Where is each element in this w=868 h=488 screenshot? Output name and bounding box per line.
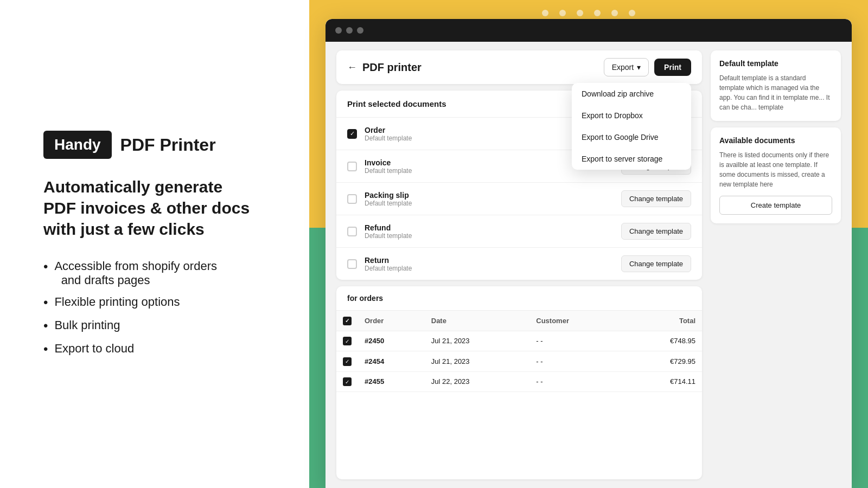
table-row: #2450 Jul 21, 2023 - - €748.95 [336,331,702,351]
col-order: Order [358,311,425,331]
packing-slip-checkbox[interactable] [347,194,357,204]
document-row-refund: Refund Default template Change template [336,215,702,248]
dropdown-item-gdrive[interactable]: Export to Google Drive [572,126,691,148]
row-checkbox-cell-3 [336,371,358,392]
return-template: Default template [365,265,614,272]
page-title: PDF printer [362,61,422,74]
return-checkbox[interactable] [347,259,357,269]
row-checkbox-3[interactable] [343,377,352,386]
row-checkbox-cell-1 [336,331,358,351]
default-template-title: Default template [719,59,832,68]
orders-table: Order Date Customer Total # [336,311,702,392]
export-dropdown: Download zip archive Export to Dropbox E… [572,83,691,170]
header-actions: Export ▾ Print Download zip archive Expo… [604,58,691,76]
order-customer-2: - - [529,351,623,372]
row-checkbox-cell-2 [336,351,358,372]
refund-template: Default template [365,232,614,240]
select-all-checkbox[interactable] [343,317,352,325]
dot-5 [611,10,618,16]
default-template-description: Default template is a standard template … [719,73,832,112]
export-button[interactable]: Export ▾ [604,58,649,76]
orders-section-header: for orders [336,286,702,311]
available-docs-title: Available documents [719,136,832,145]
titlebar-dot-1 [335,27,342,34]
default-template-card: Default template Default template is a s… [711,50,841,121]
left-panel: Handy PDF Printer Automatically generate… [0,0,309,488]
return-info: Return Default template [365,256,614,272]
feature-item-2: Flexible printing options [43,295,277,311]
dot-1 [542,10,548,16]
dot-2 [559,10,566,16]
order-total-1: €748.95 [623,331,702,351]
order-checkbox[interactable] [347,129,357,139]
document-row-packing-slip: Packing slip Default template Change tem… [336,183,702,215]
packing-slip-template: Default template [365,200,614,207]
app-content: ← PDF printer Export ▾ Print Download zi… [326,42,852,488]
tagline: Automatically generatePDF invoices & oth… [43,176,277,240]
feature-list: Accessible from shopify orders and draft… [43,259,277,357]
dot-4 [594,10,601,16]
dropdown-item-server[interactable]: Export to server storage [572,148,691,170]
feature-item-4: Export to cloud [43,342,277,357]
col-date: Date [425,311,530,331]
feature-item-1: Accessible from shopify orders and draft… [43,259,277,287]
create-template-button[interactable]: Create template [719,196,832,215]
order-date-2: Jul 21, 2023 [425,351,530,372]
available-docs-description: There is listed documents only if there … [719,150,832,189]
header-left: ← PDF printer [347,61,422,74]
decorative-dots [542,10,635,16]
table-row: #2454 Jul 21, 2023 - - €729.95 [336,351,702,372]
order-date-1: Jul 21, 2023 [425,331,530,351]
right-sidebar: Default template Default template is a s… [711,50,841,479]
row-checkbox-1[interactable] [343,337,352,345]
packing-slip-info: Packing slip Default template [365,191,614,207]
available-docs-card: Available documents There is listed docu… [711,127,841,223]
main-panel: ← PDF printer Export ▾ Print Download zi… [336,50,702,479]
refund-name: Refund [365,223,614,232]
document-row-return: Return Default template Change template [336,248,702,280]
chevron-down-icon: ▾ [637,63,641,72]
col-checkbox [336,311,358,331]
orders-card: for orders Order Date Customer Total [336,286,702,479]
titlebar-dot-2 [346,27,353,34]
titlebar-dot-3 [357,27,363,34]
feature-item-3: Bulk printing [43,318,277,334]
refund-info: Refund Default template [365,223,614,240]
refund-checkbox[interactable] [347,227,357,236]
header-bar: ← PDF printer Export ▾ Print Download zi… [336,50,702,84]
dropdown-item-dropbox[interactable]: Export to Dropbox [572,105,691,126]
order-date-3: Jul 22, 2023 [425,371,530,392]
order-customer-1: - - [529,331,623,351]
order-number-3: #2455 [358,371,425,392]
app-name: PDF Printer [120,135,216,155]
app-window: ← PDF printer Export ▾ Print Download zi… [326,19,852,488]
export-label: Export [612,63,634,72]
dot-6 [629,10,635,16]
table-row: #2455 Jul 22, 2023 - - €714.11 [336,371,702,392]
return-change-template-button[interactable]: Change template [621,255,691,272]
order-number-1: #2450 [358,331,425,351]
order-total-3: €714.11 [623,371,702,392]
dot-3 [577,10,583,16]
col-customer: Customer [529,311,623,331]
order-customer-3: - - [529,371,623,392]
dropdown-item-zip[interactable]: Download zip archive [572,83,691,105]
packing-slip-change-template-button[interactable]: Change template [621,190,691,207]
order-total-2: €729.95 [623,351,702,372]
title-bar [326,19,852,42]
back-arrow-icon[interactable]: ← [347,62,357,73]
logo-box: Handy [43,131,112,159]
return-name: Return [365,256,614,265]
packing-slip-name: Packing slip [365,191,614,200]
col-total: Total [623,311,702,331]
refund-change-template-button[interactable]: Change template [621,223,691,240]
order-number-2: #2454 [358,351,425,372]
right-area: ← PDF printer Export ▾ Print Download zi… [309,0,868,488]
invoice-checkbox[interactable] [347,162,357,171]
row-checkbox-2[interactable] [343,357,352,366]
logo-area: Handy PDF Printer [43,131,277,159]
print-button[interactable]: Print [654,59,691,76]
